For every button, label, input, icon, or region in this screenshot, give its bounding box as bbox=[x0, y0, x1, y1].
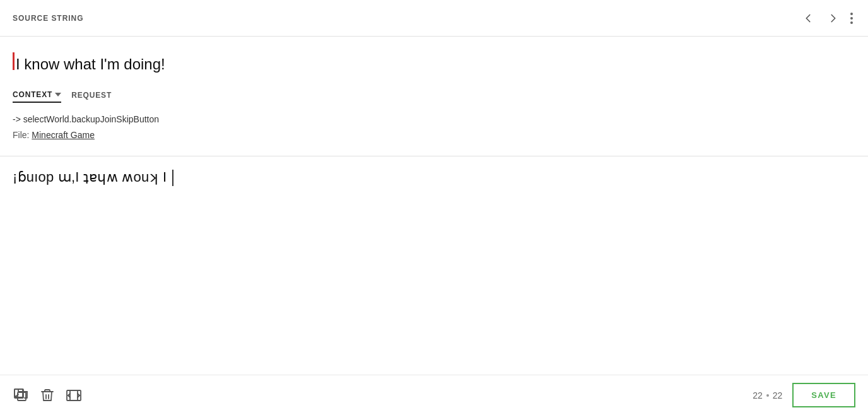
resize-button[interactable] bbox=[66, 389, 82, 402]
back-button[interactable] bbox=[797, 8, 819, 29]
chevron-down-icon bbox=[55, 93, 61, 96]
copy-to-translation-button[interactable] bbox=[13, 387, 29, 404]
text-cursor bbox=[13, 52, 15, 70]
tab-request[interactable]: REQUEST bbox=[71, 91, 112, 102]
source-text: I know what I'm doing! bbox=[13, 52, 855, 75]
char-count-source: 22 bbox=[753, 390, 763, 400]
tab-context[interactable]: CONTEXT bbox=[13, 90, 61, 103]
resize-icon bbox=[66, 389, 82, 402]
bottom-right-actions: 22 22 SAVE bbox=[753, 383, 855, 407]
translation-text: ¡ɓuıop ɯ,I ʇɐɥʍ ʍouʞ I bbox=[13, 169, 855, 186]
tab-request-label: REQUEST bbox=[71, 91, 112, 100]
dot-1 bbox=[850, 13, 853, 15]
translation-area[interactable]: ¡ɓuıop ɯ,I ʇɐɥʍ ʍouʞ I bbox=[0, 156, 868, 375]
context-content: -> selectWorld.backupJoinSkipButton File… bbox=[0, 103, 868, 156]
context-path: -> selectWorld.backupJoinSkipButton bbox=[13, 114, 159, 124]
dot-2 bbox=[850, 17, 853, 20]
more-options-button[interactable] bbox=[848, 9, 855, 28]
context-path-line: -> selectWorld.backupJoinSkipButton bbox=[13, 112, 855, 127]
page-container: SOURCE STRING I know what I'm doing bbox=[0, 0, 868, 415]
forward-button[interactable] bbox=[823, 8, 844, 29]
translation-value: ¡ɓuıop ɯ,I ʇɐɥʍ ʍouʞ I bbox=[13, 169, 167, 185]
bottom-toolbar: 22 22 SAVE bbox=[0, 375, 868, 415]
svg-rect-6 bbox=[67, 390, 81, 400]
translation-cursor bbox=[172, 170, 173, 186]
header-actions bbox=[797, 8, 855, 29]
save-button[interactable]: SAVE bbox=[792, 383, 855, 407]
arrow-right-icon bbox=[826, 11, 840, 25]
tabs-row: CONTEXT REQUEST bbox=[0, 90, 868, 103]
char-count-translation: 22 bbox=[773, 390, 783, 400]
source-string-value: I know what I'm doing! bbox=[16, 54, 165, 75]
page-title: SOURCE STRING bbox=[13, 14, 84, 23]
svg-rect-3 bbox=[18, 392, 26, 400]
char-count-dot bbox=[766, 394, 769, 397]
arrow-left-icon bbox=[801, 11, 815, 25]
context-file-line: File: Minecraft Game bbox=[13, 127, 855, 143]
tab-context-label: CONTEXT bbox=[13, 90, 52, 99]
delete-button[interactable] bbox=[40, 388, 54, 403]
copy-icon bbox=[13, 387, 29, 404]
bottom-left-actions bbox=[13, 387, 82, 404]
file-label: File: bbox=[13, 130, 29, 140]
header-bar: SOURCE STRING bbox=[0, 0, 868, 37]
char-count: 22 22 bbox=[753, 390, 782, 400]
source-section: I know what I'm doing! bbox=[0, 37, 868, 85]
file-link[interactable]: Minecraft Game bbox=[32, 130, 95, 140]
trash-icon bbox=[40, 388, 54, 403]
dot-3 bbox=[850, 21, 853, 24]
